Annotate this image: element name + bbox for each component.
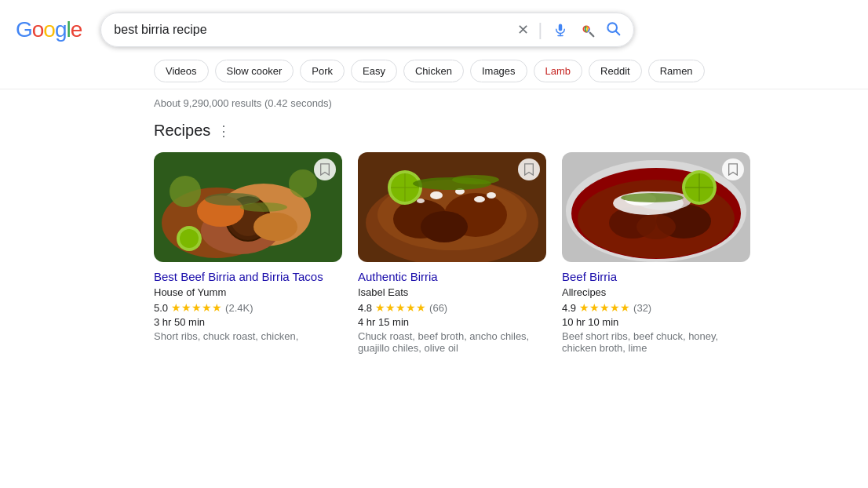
logo-letter-g2: g xyxy=(55,17,67,42)
clear-icon[interactable]: ✕ xyxy=(517,21,529,38)
svg-point-31 xyxy=(417,198,425,203)
svg-point-38 xyxy=(452,175,499,184)
results-info: About 9,290,000 results (0.42 seconds) xyxy=(0,89,868,114)
chip-videos[interactable]: Videos xyxy=(154,60,209,82)
search-button-icon[interactable] xyxy=(605,20,621,40)
divider: | xyxy=(538,20,543,40)
stars-3: ★★★★★ xyxy=(579,301,630,314)
recipes-header: Recipes ⋮ xyxy=(154,122,852,140)
stars-2: ★★★★★ xyxy=(375,301,426,314)
recipe-ingredients-3: Beef short ribs, beef chuck, honey, chic… xyxy=(562,330,750,354)
logo-letter-o2: o xyxy=(43,17,55,42)
svg-point-45 xyxy=(636,214,676,239)
svg-point-16 xyxy=(170,176,201,207)
chip-easy[interactable]: Easy xyxy=(351,60,397,82)
svg-line-7 xyxy=(616,31,620,35)
svg-point-15 xyxy=(253,213,297,241)
recipe-image-1 xyxy=(154,152,342,262)
recipe-image-3 xyxy=(562,152,750,262)
svg-point-32 xyxy=(487,192,496,198)
recipe-cards: Best Beef Birria and Birria Tacos House … xyxy=(154,152,852,354)
logo-letter-e: e xyxy=(71,17,82,42)
rating-value-2: 4.8 xyxy=(358,302,372,314)
chip-reddit[interactable]: Reddit xyxy=(589,60,642,82)
rating-value-3: 4.9 xyxy=(562,302,576,314)
logo-letter-g: G xyxy=(16,17,32,42)
recipe-time-2: 4 hr 15 min xyxy=(358,316,546,328)
chip-slow-cooker[interactable]: Slow cooker xyxy=(215,60,294,82)
search-input[interactable]: best birria recipe xyxy=(114,23,510,37)
svg-point-27 xyxy=(421,211,468,242)
recipe-title-1[interactable]: Best Beef Birria and Birria Tacos xyxy=(154,268,342,285)
recipe-title-2[interactable]: Authentic Birria xyxy=(358,268,546,285)
recipes-section: Recipes ⋮ xyxy=(0,114,868,370)
bookmark-2[interactable] xyxy=(518,158,540,180)
recipe-rating-1: 5.0 ★★★★★ (2.4K) xyxy=(154,301,342,314)
recipe-source-2: Isabel Eats xyxy=(358,286,546,298)
recipe-card-3[interactable]: Beef Birria Allrecipes 4.9 ★★★★★ (32) 10… xyxy=(562,152,750,354)
recipe-time-1: 3 hr 50 min xyxy=(154,316,342,328)
bookmark-1[interactable] xyxy=(314,158,336,180)
recipes-title: Recipes xyxy=(154,122,210,140)
recipe-card-2[interactable]: Authentic Birria Isabel Eats 4.8 ★★★★★ (… xyxy=(358,152,546,354)
svg-point-53 xyxy=(621,193,684,202)
svg-line-5 xyxy=(590,33,594,37)
logo-letter-o1: o xyxy=(32,17,44,42)
recipe-title-3[interactable]: Beef Birria xyxy=(562,268,750,285)
chip-pork[interactable]: Pork xyxy=(300,60,345,82)
svg-rect-0 xyxy=(559,24,563,31)
svg-point-30 xyxy=(474,196,485,202)
rating-count-2: (66) xyxy=(429,302,447,314)
more-options-icon[interactable]: ⋮ xyxy=(217,122,231,140)
svg-point-28 xyxy=(430,191,443,199)
results-count-text: About 9,290,000 results (0.42 seconds) xyxy=(154,97,332,109)
lens-icon[interactable] xyxy=(578,21,596,38)
recipe-rating-2: 4.8 ★★★★★ (66) xyxy=(358,301,546,314)
rating-value-1: 5.0 xyxy=(154,302,168,314)
svg-point-17 xyxy=(289,169,317,198)
rating-count-3: (32) xyxy=(633,302,651,314)
recipe-ingredients-2: Chuck roast, beef broth, ancho chiles, g… xyxy=(358,330,546,354)
svg-point-21 xyxy=(240,202,287,212)
filter-bar: Videos Slow cooker Pork Easy Chicken Ima… xyxy=(0,56,868,89)
search-bar[interactable]: best birria recipe ✕ | xyxy=(100,13,634,47)
google-logo: Google xyxy=(16,17,82,42)
recipe-image-2 xyxy=(358,152,546,262)
chip-chicken[interactable]: Chicken xyxy=(403,60,464,82)
rating-count-1: (2.4K) xyxy=(225,302,253,314)
recipe-ingredients-1: Short ribs, chuck roast, chicken, xyxy=(154,330,342,342)
mic-icon[interactable] xyxy=(552,21,569,38)
svg-point-19 xyxy=(180,229,199,248)
recipe-source-1: House of Yumm xyxy=(154,286,342,298)
stars-1: ★★★★★ xyxy=(171,301,222,314)
chip-lamb[interactable]: Lamb xyxy=(534,60,583,82)
recipe-source-3: Allrecipes xyxy=(562,286,750,298)
chip-ramen[interactable]: Ramen xyxy=(648,60,705,82)
search-icons: ✕ | xyxy=(517,20,622,40)
header: Google best birria recipe ✕ | xyxy=(0,0,868,56)
recipe-rating-3: 4.9 ★★★★★ (32) xyxy=(562,301,750,314)
bookmark-3[interactable] xyxy=(722,158,744,180)
chip-images[interactable]: Images xyxy=(470,60,527,82)
recipe-time-3: 10 hr 10 min xyxy=(562,316,750,328)
recipe-card-1[interactable]: Best Beef Birria and Birria Tacos House … xyxy=(154,152,342,354)
